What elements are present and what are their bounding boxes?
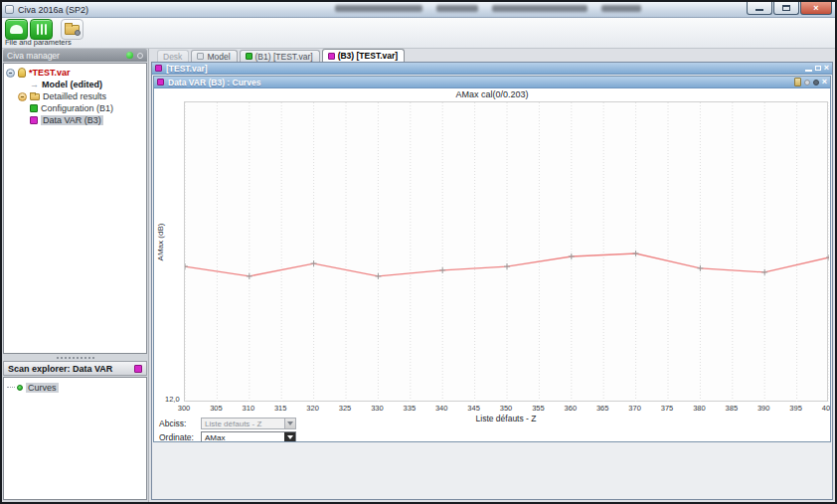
x-tick-label: 340 <box>435 404 448 413</box>
detach-icon[interactable] <box>804 80 810 85</box>
tree-item-label: *TEST.var <box>29 68 71 78</box>
minimize-button[interactable] <box>747 2 772 15</box>
main-toolbar: File and parameters <box>2 18 835 49</box>
collapse-toggle-icon[interactable] <box>6 69 15 78</box>
magenta-square-icon <box>155 65 162 72</box>
ordinate-select[interactable]: AMax <box>201 431 296 441</box>
x-tick-label: 355 <box>532 404 545 413</box>
civa-manager-header: Civa manager <box>3 49 147 62</box>
x-tick-label: 365 <box>596 404 609 413</box>
tab-b3-test-var[interactable]: (B3) [TEST.var] <box>322 49 405 62</box>
tree-item-model[interactable]: → Model (edited) <box>6 79 144 90</box>
folder-gear-icon <box>65 25 80 35</box>
tree-item-label: Model (edited) <box>42 80 102 89</box>
tab-desk[interactable]: Desk <box>157 50 189 62</box>
magenta-square-icon <box>134 365 142 373</box>
abciss-select[interactable]: Liste défauts - Z <box>201 418 296 429</box>
window-titlebar: Civa 2016a (SP2) × <box>2 2 835 18</box>
clipboard-icon[interactable] <box>794 78 801 86</box>
collapse-toggle-icon[interactable] <box>18 92 27 101</box>
minimize-icon[interactable] <box>805 70 812 72</box>
green-dot-icon <box>17 385 23 391</box>
y-tick-label: 12,0 <box>165 395 180 404</box>
main-area: Desk Model (B1) [TEST.var] (B3) [TEST.va… <box>149 49 835 502</box>
status-dot-icon <box>126 52 133 59</box>
tree-item-data-var-b3[interactable]: Data VAR (B3) <box>6 114 144 126</box>
tree-item-configuration-b1[interactable]: Configuration (B1) <box>6 102 144 114</box>
x-tick-label: 345 <box>467 404 480 413</box>
magenta-square-icon <box>157 79 164 85</box>
app-icon <box>5 5 14 14</box>
restore-icon[interactable] <box>815 66 821 71</box>
civa-manager-tree: *TEST.var → Model (edited) Detailled res… <box>3 63 147 354</box>
database-icon <box>18 68 26 78</box>
artifact-blob <box>436 5 478 12</box>
tree-item-test-var[interactable]: *TEST.var <box>6 67 144 79</box>
chart-region: AMax cal(0/0.203) AMax (dB) 12,0 3003053… <box>154 88 830 441</box>
x-tick-label: 335 <box>404 404 417 413</box>
sidebar: Civa manager *TEST.var → Model (edited) <box>2 49 149 502</box>
axis-controls: Abciss: Liste défauts - Z Ordinate: AMax <box>159 418 296 441</box>
maximize-button[interactable] <box>773 2 799 15</box>
magenta-square-icon <box>328 53 335 60</box>
pin-icon[interactable] <box>137 53 143 59</box>
tab-label: (B3) [TEST.var] <box>338 51 398 61</box>
ordinate-value: AMax <box>205 433 225 442</box>
scan-explorer-header: Scan explorer: Data VAR <box>3 361 147 376</box>
parameters-icon <box>37 24 47 35</box>
maximize-icon <box>782 5 790 11</box>
plot-area[interactable] <box>184 101 828 402</box>
close-button[interactable]: × <box>800 2 832 15</box>
tree-item-label: Configuration (B1) <box>41 103 113 113</box>
file-button[interactable] <box>5 19 28 40</box>
chevron-down-icon <box>284 432 295 441</box>
x-tick-label: 305 <box>210 404 223 413</box>
curves-panel: Data VAR (B3) : Curves × AMax cal(0/0.20… <box>153 76 831 442</box>
window-controls: × <box>746 2 832 15</box>
grey-square-icon <box>197 53 204 60</box>
x-tick-label: 395 <box>789 404 802 413</box>
civa-application-window: Civa 2016a (SP2) × File and parameters C… <box>0 0 837 504</box>
x-tick-label: 350 <box>500 404 513 413</box>
tree-item-curves[interactable]: Curves <box>7 382 143 393</box>
x-tick-label: 325 <box>339 404 352 413</box>
x-tick-label: 375 <box>661 404 674 413</box>
background-window-artifact <box>335 5 641 12</box>
x-axis-ticks: 3003053103153203253303353403453503553603… <box>184 404 828 413</box>
tab-b1-test-var[interactable]: (B1) [TEST.var] <box>240 50 320 62</box>
parameters-button[interactable] <box>30 19 53 40</box>
tab-model[interactable]: Model <box>191 50 237 62</box>
x-tick-label: 330 <box>371 404 384 413</box>
green-square-icon <box>246 53 252 60</box>
tree-item-label: Detailled results <box>43 91 106 101</box>
x-tick-label: 400 <box>822 404 830 413</box>
tree-item-detailled-results[interactable]: Detailled results <box>6 90 144 102</box>
model-arrow-icon: → <box>30 81 39 89</box>
toolbar-caption: File and parameters <box>5 38 72 47</box>
close-icon[interactable]: × <box>822 78 827 86</box>
window-title: Civa 2016a (SP2) <box>18 5 88 15</box>
abciss-label: Abciss: <box>159 419 201 428</box>
close-icon[interactable]: × <box>824 64 829 73</box>
curves-panel-title: Data VAR (B3) : Curves <box>168 78 260 87</box>
x-tick-label: 370 <box>628 404 641 413</box>
x-tick-label: 360 <box>565 404 578 413</box>
curves-panel-titlebar[interactable]: Data VAR (B3) : Curves × <box>154 77 830 88</box>
artifact-blob <box>601 5 641 12</box>
y-axis-label: AMax (dB) <box>156 213 165 272</box>
magenta-square-icon <box>30 116 38 124</box>
sidebar-splitter[interactable] <box>3 354 147 361</box>
curve-plot <box>185 102 829 403</box>
document-titlebar[interactable]: [TEST.var] × <box>152 63 832 75</box>
x-tick-label: 310 <box>243 404 255 413</box>
civa-manager-title: Civa manager <box>7 51 60 61</box>
tab-label: (B1) [TEST.var] <box>255 52 313 62</box>
chevron-down-icon <box>284 419 295 428</box>
x-tick-label: 300 <box>178 404 191 413</box>
ordinate-label: Ordinate: <box>159 432 201 441</box>
tab-label: Desk <box>163 52 182 62</box>
open-folder-button[interactable] <box>61 19 84 40</box>
options-icon[interactable] <box>813 80 819 85</box>
scan-explorer-tree: Curves <box>3 377 147 500</box>
scan-explorer-title: Scan explorer: Data VAR <box>8 364 112 374</box>
